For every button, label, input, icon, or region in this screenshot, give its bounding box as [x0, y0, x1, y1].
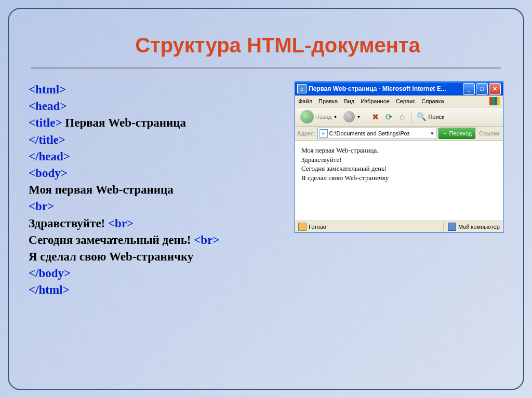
- page-line-1: Моя первая Web-страница.: [301, 146, 497, 155]
- chevron-down-icon: ▼: [356, 115, 361, 119]
- tag-body-open: <body>: [29, 167, 68, 180]
- search-label: Поиск: [428, 114, 444, 120]
- links-label[interactable]: Ссылки: [477, 130, 501, 136]
- arrow-left-icon: ←: [300, 110, 314, 123]
- tag-br-1: <br>: [29, 200, 54, 213]
- go-label: Переход: [449, 130, 472, 136]
- body-text-2: Здравствуйте!: [29, 217, 108, 230]
- back-button[interactable]: ← Назад ▼: [298, 109, 339, 125]
- body-text-4: Я сделал свою Web-страничку: [29, 250, 193, 263]
- minimize-button[interactable]: _: [463, 83, 475, 95]
- menu-view[interactable]: Вид: [344, 98, 354, 104]
- tag-head-open: <head>: [29, 100, 67, 113]
- done-icon: [298, 223, 307, 231]
- browser-window: e Первая Web-страница - Microsoft Intern…: [295, 81, 503, 233]
- html-code-block: <html> <head> <title> Первая Web-страниц…: [29, 81, 284, 298]
- tag-html-open: <html>: [29, 83, 66, 96]
- window-title: Первая Web-страница - Microsoft Internet…: [309, 85, 463, 92]
- slide-title: Структура HTML-документа: [52, 34, 503, 57]
- window-controls: _ □ ✕: [463, 83, 501, 95]
- go-button[interactable]: → Переход: [438, 128, 476, 139]
- address-label: Адрес:: [297, 130, 315, 136]
- menu-file[interactable]: Файл: [298, 98, 312, 104]
- status-left: Готово: [298, 223, 440, 231]
- menu-help[interactable]: Справка: [422, 98, 444, 104]
- status-zone: Мой компьютер: [443, 223, 500, 231]
- address-input[interactable]: e C:\Documents and Settings\Роз ▼: [317, 128, 436, 139]
- chevron-down-icon: ▼: [334, 115, 338, 119]
- page-viewport: Моя первая Web-страница. Здравствуйте! С…: [295, 141, 503, 221]
- tag-head-close: </head>: [29, 150, 70, 163]
- main-area: <html> <head> <title> Первая Web-страниц…: [29, 81, 503, 298]
- search-button[interactable]: 🔍 Поиск: [415, 111, 446, 122]
- maximize-button[interactable]: □: [476, 83, 488, 95]
- arrow-right-icon: →: [343, 111, 355, 122]
- toolbar-separator: [411, 111, 411, 123]
- page-line-3: Сегодня замечательный день!: [301, 164, 497, 173]
- windows-flag-icon: [489, 97, 500, 105]
- stop-button[interactable]: ✖: [369, 111, 381, 122]
- slide-content: Структура HTML-документа <html> <head> <…: [8, 8, 524, 390]
- tag-html-close: </html>: [29, 283, 70, 296]
- title-text: Первая Web-страница: [62, 116, 186, 129]
- search-icon: 🔍: [417, 112, 427, 121]
- menu-favorites[interactable]: Избранное: [361, 98, 390, 104]
- page-line-4: Я сделал свою Web-страничку: [301, 173, 497, 183]
- tag-body-close: </body>: [29, 267, 71, 280]
- home-button[interactable]: ⌂: [396, 111, 408, 122]
- menu-edit[interactable]: Правка: [318, 98, 338, 104]
- toolbar-separator: [366, 111, 366, 123]
- status-bar: Готово Мой компьютер: [295, 221, 503, 232]
- page-line-2: Здравствуйте!: [301, 155, 497, 164]
- address-bar: Адрес: e C:\Documents and Settings\Роз ▼…: [295, 127, 503, 141]
- body-text-3: Сегодня замечательный день!: [29, 234, 194, 246]
- page-icon: e: [320, 129, 328, 138]
- close-button[interactable]: ✕: [489, 83, 501, 95]
- menu-tools[interactable]: Сервис: [396, 98, 416, 104]
- tag-title-close: </title>: [29, 133, 65, 146]
- forward-button[interactable]: → ▼: [341, 110, 363, 123]
- back-label: Назад: [315, 114, 332, 120]
- address-value: C:\Documents and Settings\Роз: [329, 130, 410, 136]
- titlebar: e Первая Web-страница - Microsoft Intern…: [295, 82, 503, 95]
- arrow-right-icon: →: [442, 130, 448, 136]
- tag-title-open: <title>: [29, 116, 62, 129]
- body-text-1: Моя первая Web-страница: [29, 183, 174, 196]
- menubar: Файл Правка Вид Избранное Сервис Справка: [295, 95, 503, 107]
- tag-br-3: <br>: [194, 234, 219, 246]
- status-done: Готово: [309, 224, 326, 230]
- chevron-down-icon[interactable]: ▼: [430, 131, 434, 136]
- toolbar: ← Назад ▼ → ▼ ✖ ⟳ ⌂ 🔍 Поиск: [295, 107, 503, 127]
- ie-icon: e: [297, 84, 307, 93]
- computer-icon: [448, 223, 456, 231]
- tag-br-2: <br>: [108, 217, 134, 230]
- status-zone-label: Мой компьютер: [458, 224, 500, 230]
- refresh-button[interactable]: ⟳: [383, 111, 394, 122]
- title-divider: [31, 67, 501, 68]
